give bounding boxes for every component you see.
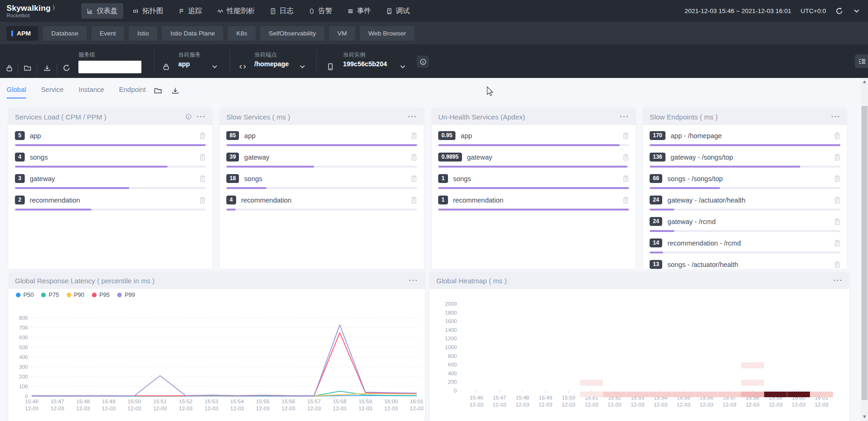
metric-row[interactable]: 0.9895 gateway [438, 151, 629, 168]
clipboard-icon[interactable] [411, 196, 417, 204]
svg-text:800: 800 [19, 315, 28, 321]
dashboard-tab-web-browser[interactable]: Web Browser [360, 26, 414, 41]
metric-row[interactable]: 2 recommendation [15, 194, 206, 211]
current-instance-value[interactable]: 199c56c5b204 [343, 60, 387, 68]
clipboard-icon[interactable] [199, 154, 206, 161]
current-endpoint-value[interactable]: /homepage [254, 60, 289, 68]
metric-row[interactable]: 4 recommendation [226, 194, 417, 211]
info-icon[interactable] [417, 56, 429, 68]
folder-icon[interactable] [154, 87, 162, 95]
nav-item-debug[interactable]: 调试 [380, 3, 415, 19]
dashboard-tab-event[interactable]: Event [91, 26, 125, 41]
nav-item-log[interactable]: 日志 [264, 3, 299, 19]
clipboard-icon[interactable] [834, 261, 840, 268]
metric-row[interactable]: 85 app [226, 130, 417, 147]
clipboard-icon[interactable] [834, 175, 840, 182]
dashboard-tab-selfobservability[interactable]: SelfObservability [260, 26, 324, 41]
metric-value-badge: 1 [438, 174, 448, 183]
dashboard-tab-vm[interactable]: VM [329, 26, 355, 41]
metric-row[interactable]: 1 recommendation [438, 194, 629, 211]
panel-menu-icon[interactable]: ··· [408, 114, 417, 119]
app-logo[interactable]: Skywalking Rocketbot [7, 4, 72, 18]
clipboard-icon[interactable] [834, 218, 840, 225]
chevron-down-icon[interactable] [299, 63, 306, 70]
clipboard-icon[interactable] [834, 239, 840, 247]
nav-item-trace[interactable]: 追踪 [173, 3, 208, 19]
clipboard-icon[interactable] [411, 132, 417, 140]
vertical-scrollbar[interactable]: ▲ ▼ [861, 78, 868, 421]
clipboard-icon[interactable] [623, 132, 629, 140]
scrollbar-thumb[interactable] [861, 106, 868, 400]
metric-row[interactable]: 24 gateway - /rcmd [650, 216, 840, 232]
metric-row[interactable]: 18 songs [226, 173, 417, 189]
metric-row[interactable]: 24 gateway - /actuator/health [650, 194, 840, 211]
lock-icon[interactable] [162, 63, 170, 70]
metric-row[interactable]: 136 gateway - /songs/top [650, 151, 840, 168]
dashboard-tab-istio-data-plane[interactable]: Istio Data Plane [162, 26, 223, 41]
refresh-icon[interactable] [63, 64, 70, 72]
clipboard-icon[interactable] [623, 154, 629, 161]
nav-item-alarm[interactable]: 告警 [303, 3, 338, 19]
download-icon[interactable] [43, 64, 51, 72]
metric-row[interactable]: 13 songs - /actuator/health [650, 259, 840, 269]
info-icon[interactable] [185, 113, 192, 120]
service-group-input[interactable] [78, 61, 141, 73]
tab-service[interactable]: Service [41, 86, 63, 98]
tab-endpoint[interactable]: Endpoint [119, 86, 146, 98]
metric-row[interactable]: 5 app [15, 130, 206, 147]
metric-row[interactable]: 66 songs - /songs/top [650, 173, 840, 189]
metric-row[interactable]: 39 gateway [226, 151, 417, 168]
nav-item-dashboard[interactable]: 仪表盘 [81, 3, 123, 19]
tab-instance[interactable]: Instance [78, 86, 104, 98]
download-icon[interactable] [171, 87, 179, 95]
tab-global[interactable]: Global [7, 86, 26, 98]
divider [230, 49, 230, 73]
dashboard-tab-istio[interactable]: Istio [129, 26, 157, 41]
current-service-value[interactable]: app [178, 60, 190, 68]
clipboard-icon[interactable] [411, 154, 417, 161]
heatmap-chart[interactable]: 200018001600140012001000800600400200015:… [430, 272, 849, 421]
refresh-icon[interactable] [835, 7, 843, 15]
metric-value-badge: 14 [650, 239, 662, 247]
metric-row[interactable]: 170 app - /homepage [650, 130, 840, 147]
latency-chart[interactable]: 010020030040050060070080015:4612-0315:47… [8, 272, 425, 421]
clipboard-icon[interactable] [834, 132, 840, 140]
nav-item-topology[interactable]: 拓扑图 [127, 3, 169, 19]
folder-icon[interactable] [24, 64, 31, 72]
metric-row[interactable]: 4 songs [15, 151, 206, 168]
clipboard-icon[interactable] [834, 196, 840, 204]
metric-bar-track [15, 166, 206, 168]
nav-item-profile[interactable]: 性能剖析 [211, 3, 260, 19]
metric-bar-fill [15, 144, 206, 146]
chevron-down-icon[interactable] [211, 63, 218, 70]
metric-row[interactable]: 3 gateway [15, 173, 206, 189]
sidebar-toggle-icon[interactable] [855, 54, 868, 68]
panel-menu-icon[interactable]: ··· [196, 114, 206, 119]
panel-menu-icon[interactable]: ··· [620, 114, 629, 119]
time-range[interactable]: 2021-12-03 15:46 ~ 2021-12-03 16:01 [685, 7, 791, 14]
clipboard-icon[interactable] [411, 175, 417, 182]
dashboard-tab-k8s[interactable]: K8s [228, 26, 255, 41]
metric-row[interactable]: 0.95 app [438, 130, 629, 147]
clipboard-icon[interactable] [199, 132, 206, 140]
metric-row[interactable]: 1 songs [438, 173, 629, 189]
metric-bar-track [650, 166, 840, 168]
clipboard-icon[interactable] [199, 196, 206, 204]
chevron-down-icon[interactable] [399, 63, 406, 70]
timezone-select[interactable]: UTC+0:0 [801, 7, 826, 14]
metric-bar-fill [650, 166, 800, 168]
scroll-down-arrow[interactable]: ▼ [861, 413, 868, 420]
nav-item-event[interactable]: 事件 [342, 3, 377, 19]
lock-icon[interactable] [6, 64, 13, 72]
dashboard-tab-database[interactable]: Database [43, 26, 87, 41]
metric-row[interactable]: 14 recommendation - /rcmd [650, 237, 840, 254]
panel-menu-icon[interactable]: ··· [831, 114, 840, 119]
clipboard-icon[interactable] [623, 196, 629, 204]
clipboard-icon[interactable] [834, 154, 840, 161]
chevron-down-icon[interactable] [853, 7, 861, 15]
scroll-up-arrow[interactable]: ▲ [861, 78, 868, 85]
clipboard-icon[interactable] [623, 175, 629, 182]
clipboard-icon[interactable] [199, 175, 206, 182]
dashboard-tab-apm[interactable]: APM [7, 26, 38, 41]
svg-text:300: 300 [19, 364, 28, 370]
